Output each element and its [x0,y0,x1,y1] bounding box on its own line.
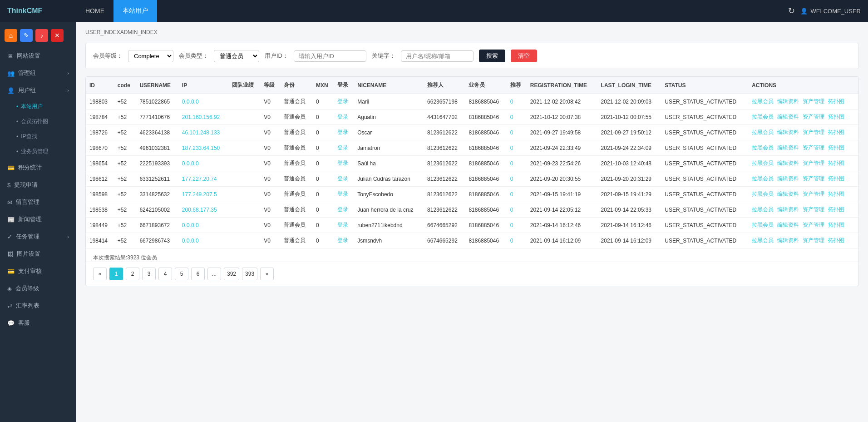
member-level-select[interactable]: Complete V0 V1 V2 [128,50,173,62]
keyword-input[interactable] [401,50,473,62]
cell-login[interactable]: 登录 [334,125,354,140]
page-button-2[interactable]: 2 [126,268,139,280]
action-link-资产管理[interactable]: 资产管理 [803,190,824,198]
sidebar-item-user-group[interactable]: 👤 用户组 › [0,82,76,99]
action-link-拉黑会员[interactable]: 拉黑会员 [752,98,774,105]
action-link-资产管理[interactable]: 资产管理 [803,221,824,229]
action-link-资产管理[interactable]: 资产管理 [803,144,824,152]
cell-recommend[interactable]: 0 [507,218,527,233]
sidebar-item-website-settings[interactable]: 🖥 网站设置 [0,47,76,65]
action-link-编辑资料[interactable]: 编辑资料 [777,129,799,136]
cell-recommend[interactable]: 0 [507,94,527,109]
action-link-资产管理[interactable]: 资产管理 [803,206,824,213]
sidebar-item-ip-find[interactable]: • IP查找 [0,129,76,144]
action-link-拉黑会员[interactable]: 拉黑会员 [752,159,774,167]
search-button[interactable]: 搜索 [479,50,505,62]
action-link-拓扑图[interactable]: 拓扑图 [828,159,844,167]
action-link-拓扑图[interactable]: 拓扑图 [828,113,844,121]
sidebar-item-customer-service[interactable]: 💬 客服 [0,314,76,332]
user-menu[interactable]: 👤 WELCOME_USER [800,8,861,15]
page-button-3[interactable]: 3 [142,268,156,280]
bell-shortcut-button[interactable]: ♪ [35,29,48,42]
sidebar-item-images[interactable]: 🖼 图片设置 [0,245,76,263]
action-link-编辑资料[interactable]: 编辑资料 [777,221,799,229]
page-button-1[interactable]: 1 [109,268,123,280]
action-link-编辑资料[interactable]: 编辑资料 [777,237,799,244]
sidebar-item-news[interactable]: 📰 新闻管理 [0,211,76,228]
page-button-393[interactable]: 393 [242,268,257,280]
edit-shortcut-button[interactable]: ✎ [20,29,33,42]
close-shortcut-button[interactable]: ✕ [51,29,64,42]
action-link-拉黑会员[interactable]: 拉黑会员 [752,129,774,136]
action-link-资产管理[interactable]: 资产管理 [803,237,824,244]
action-link-编辑资料[interactable]: 编辑资料 [777,144,799,152]
action-link-编辑资料[interactable]: 编辑资料 [777,113,799,121]
sidebar-item-member-level[interactable]: ◈ 会员等级 [0,280,76,297]
cell-recommend[interactable]: 0 [507,109,527,125]
action-link-拓扑图[interactable]: 拓扑图 [828,98,844,105]
sidebar-item-exchange-rate[interactable]: ⇄ 汇率列表 [0,297,76,314]
action-link-拉黑会员[interactable]: 拉黑会员 [752,175,774,183]
action-link-拉黑会员[interactable]: 拉黑会员 [752,221,774,229]
action-link-拓扑图[interactable]: 拓扑图 [828,221,844,229]
action-link-拓扑图[interactable]: 拓扑图 [828,190,844,198]
action-link-编辑资料[interactable]: 编辑资料 [777,98,799,105]
sidebar-item-topology[interactable]: • 会员拓扑图 [0,114,76,129]
action-link-编辑资料[interactable]: 编辑资料 [777,159,799,167]
action-link-资产管理[interactable]: 资产管理 [803,129,824,136]
action-link-拓扑图[interactable]: 拓扑图 [828,237,844,244]
action-link-编辑资料[interactable]: 编辑资料 [777,206,799,213]
cell-recommend[interactable]: 0 [507,233,527,248]
action-link-资产管理[interactable]: 资产管理 [803,113,824,121]
action-link-拓扑图[interactable]: 拓扑图 [828,129,844,136]
page-button-6[interactable]: 6 [191,268,205,280]
cell-login[interactable]: 登录 [334,109,354,125]
clear-button[interactable]: 清空 [511,50,537,62]
cell-login[interactable]: 登录 [334,233,354,248]
sidebar-item-tasks[interactable]: ✓ 任务管理 › [0,228,76,245]
action-link-资产管理[interactable]: 资产管理 [803,98,824,105]
refresh-icon[interactable]: ↻ [788,6,795,16]
action-link-拉黑会员[interactable]: 拉黑会员 [752,144,774,152]
action-link-拓扑图[interactable]: 拓扑图 [828,175,844,183]
cell-recommend[interactable]: 0 [507,156,527,171]
member-type-select[interactable]: 普通会员 VIP会员 [214,50,259,62]
cell-login[interactable]: 登录 [334,187,354,202]
cell-login[interactable]: 登录 [334,202,354,218]
action-link-拉黑会员[interactable]: 拉黑会员 [752,113,774,121]
cell-recommend[interactable]: 0 [507,125,527,140]
page-button-5[interactable]: 5 [175,268,188,280]
sidebar-item-admin-group[interactable]: 👥 管理组 › [0,65,76,82]
cell-login[interactable]: 登录 [334,218,354,233]
action-link-拓扑图[interactable]: 拓扑图 [828,144,844,152]
sidebar-item-withdrawal[interactable]: $ 提现申请 [0,176,76,194]
page-next-button[interactable]: » [260,268,274,280]
cell-login[interactable]: 登录 [334,156,354,171]
action-link-拉黑会员[interactable]: 拉黑会员 [752,206,774,213]
cell-login[interactable]: 登录 [334,94,354,109]
home-shortcut-button[interactable]: ⌂ [5,29,17,42]
action-link-资产管理[interactable]: 资产管理 [803,159,824,167]
sidebar-item-agent-manage[interactable]: • 业务员管理 [0,144,76,159]
nav-users[interactable]: 本站用户 [113,0,157,22]
sidebar-item-payment[interactable]: 💳 支付审核 [0,263,76,280]
nav-home[interactable]: HOME [76,0,113,22]
cell-login[interactable]: 登录 [334,171,354,187]
sidebar-item-messages[interactable]: ✉ 留言管理 [0,194,76,211]
cell-recommend[interactable]: 0 [507,140,527,156]
page-button-4[interactable]: 4 [158,268,172,280]
sidebar-item-local-users[interactable]: • 本站用户 [0,99,76,114]
action-link-资产管理[interactable]: 资产管理 [803,175,824,183]
cell-login[interactable]: 登录 [334,140,354,156]
cell-recommend[interactable]: 0 [507,171,527,187]
action-link-拓扑图[interactable]: 拓扑图 [828,206,844,213]
sidebar-item-points[interactable]: 💳 积分统计 [0,159,76,176]
action-link-拉黑会员[interactable]: 拉黑会员 [752,190,774,198]
user-id-input[interactable] [294,50,366,62]
page-button-392[interactable]: 392 [224,268,239,280]
cell-recommend[interactable]: 0 [507,187,527,202]
action-link-编辑资料[interactable]: 编辑资料 [777,175,799,183]
cell-recommend[interactable]: 0 [507,202,527,218]
action-link-拉黑会员[interactable]: 拉黑会员 [752,237,774,244]
page-prev-button[interactable]: « [93,268,107,280]
